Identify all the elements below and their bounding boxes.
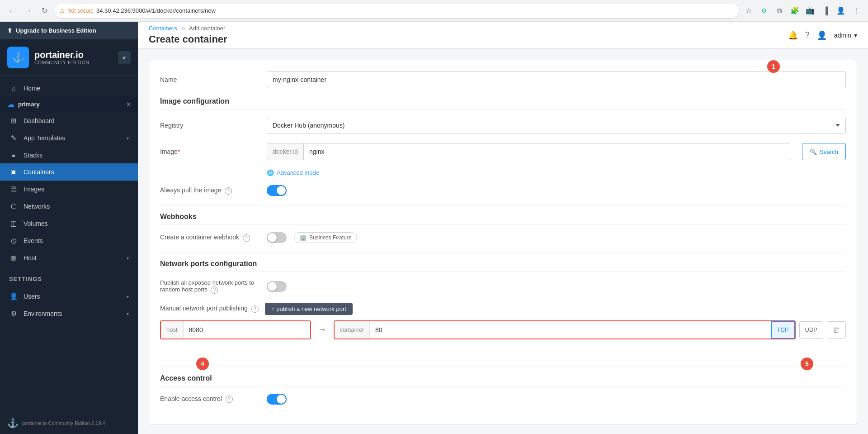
port-arrow-icon: → xyxy=(315,325,330,334)
expose-all-help-icon[interactable]: ? xyxy=(211,286,218,294)
sidebar-item-containers[interactable]: ▣ Containers xyxy=(0,163,138,181)
advanced-mode-link[interactable]: 🌐 Advanced mode xyxy=(267,169,846,176)
upgrade-label: Upgrade to Business Edition xyxy=(16,27,96,34)
expose-all-label: Publish all exposed network ports to ran… xyxy=(160,279,259,294)
always-pull-label: Always pull the image ? xyxy=(160,186,259,195)
menu-button[interactable]: ⋮ xyxy=(850,5,863,17)
annotation-5: 5 xyxy=(801,358,813,370)
sidebar-item-label: Environments xyxy=(24,310,121,317)
app-wrapper: ⬆ Upgrade to Business Edition ⚓ portaine… xyxy=(0,22,868,434)
webhook-toggle-control[interactable] xyxy=(267,232,287,243)
containers-icon: ▣ xyxy=(9,168,18,176)
puzzle-icon[interactable]: 🧩 xyxy=(788,5,801,17)
toggle-thumb xyxy=(277,186,286,195)
settings-label: Settings xyxy=(0,270,138,288)
star-button[interactable]: ☆ xyxy=(742,5,755,17)
grammarly-icon[interactable]: G xyxy=(758,5,770,17)
user-menu[interactable]: admin ▾ xyxy=(834,32,857,39)
sidebar-item-events[interactable]: ◷ Events xyxy=(0,232,138,249)
sidebar-item-label: Users xyxy=(24,293,121,300)
address-bar[interactable]: ⚠ Not secure 34.30.42.236:9000/#/1/docke… xyxy=(54,4,739,18)
delete-port-button[interactable]: 🗑 xyxy=(827,321,846,339)
primary-close-button[interactable]: × xyxy=(127,100,131,109)
extension-icon[interactable]: ⧉ xyxy=(773,5,786,17)
always-pull-toggle-control[interactable] xyxy=(267,185,287,196)
home-icon: ⌂ xyxy=(9,84,18,92)
enable-access-toggle-control[interactable] xyxy=(267,394,287,405)
reload-button[interactable]: ↻ xyxy=(38,5,51,17)
image-row: Image* docker.io 🔍 Search 2 xyxy=(160,143,846,160)
logo-text: portainer.io xyxy=(34,50,90,60)
name-input[interactable] xyxy=(267,71,846,88)
sidebar-item-environments[interactable]: ⚙ Environments ▾ xyxy=(0,305,138,322)
webhook-controls: 🏢 Business Feature xyxy=(267,232,357,243)
forward-button[interactable]: → xyxy=(22,5,34,17)
images-icon: ☰ xyxy=(9,185,18,193)
toggle-track xyxy=(267,185,287,196)
sidebar: ⬆ Upgrade to Business Edition ⚓ portaine… xyxy=(0,22,138,434)
enable-access-toggle[interactable] xyxy=(267,394,287,405)
notification-icon[interactable]: 🔔 xyxy=(788,30,798,40)
top-bar-icons: 🔔 ? 👤 admin ▾ xyxy=(788,30,857,40)
form-area: 1 Name Image configuration Registry Dock… xyxy=(138,49,868,434)
manual-port-publishing-row: Manual network port publishing ? + publi… xyxy=(160,303,846,315)
sidebar-item-label: Images xyxy=(24,186,129,193)
expose-all-toggle[interactable] xyxy=(267,281,287,292)
always-pull-toggle[interactable] xyxy=(267,185,287,196)
udp-button[interactable]: UDP xyxy=(799,321,823,339)
sidebar-item-label: Home xyxy=(24,85,129,92)
registry-select[interactable]: Docker Hub (anonymous) xyxy=(267,117,846,134)
always-pull-row: Always pull the image ? xyxy=(160,185,846,196)
networks-icon: ⬡ xyxy=(9,202,18,210)
container-port-label: container xyxy=(335,321,370,339)
sidebar-item-label: Dashboard xyxy=(24,117,129,124)
toggle-track-expose-off xyxy=(267,281,287,292)
expose-all-toggle-control[interactable] xyxy=(267,281,287,292)
sidebar-icon[interactable]: ▐ xyxy=(819,5,832,17)
container-port-input[interactable] xyxy=(370,321,771,339)
sidebar-item-users[interactable]: 👤 Users ▾ xyxy=(0,288,138,305)
tcp-button[interactable]: TCP xyxy=(771,321,795,339)
volumes-icon: ◫ xyxy=(9,219,18,228)
sidebar-item-host[interactable]: ▦ Host ▾ xyxy=(0,249,138,267)
name-row: Name xyxy=(160,71,846,88)
enable-access-help-icon[interactable]: ? xyxy=(226,396,233,403)
image-input[interactable] xyxy=(303,143,790,160)
annotation-4: 4 xyxy=(196,358,209,370)
image-config-title: Image configuration xyxy=(160,97,846,110)
page-title: Create container xyxy=(149,33,227,45)
search-button[interactable]: 🔍 Search xyxy=(802,143,846,160)
breadcrumb: Containers > Add container xyxy=(149,25,227,32)
stacks-icon: ≡ xyxy=(9,151,18,159)
user-profile-icon[interactable]: 👤 xyxy=(817,30,827,40)
sidebar-item-label: App Templates xyxy=(24,134,121,142)
cast-icon[interactable]: 📺 xyxy=(804,5,816,17)
toggle-track-off xyxy=(267,232,287,243)
webhook-toggle[interactable] xyxy=(267,232,287,243)
sidebar-item-app-templates[interactable]: ✎ App Templates ▾ xyxy=(0,129,138,147)
sidebar-item-images[interactable]: ☰ Images xyxy=(0,181,138,198)
create-container-form: 1 Name Image configuration Registry Dock… xyxy=(149,60,857,425)
publish-new-port-button[interactable]: + publish a new network port xyxy=(265,303,353,315)
manual-port-help-icon[interactable]: ? xyxy=(251,305,259,313)
manual-port-label: Manual network port publishing ? xyxy=(160,305,259,313)
always-pull-help-icon[interactable]: ? xyxy=(225,187,232,195)
host-port-input[interactable] xyxy=(184,321,310,339)
chevron-down-icon: ▾ xyxy=(127,311,129,316)
webhook-help-icon[interactable]: ? xyxy=(243,234,250,242)
sidebar-item-stacks[interactable]: ≡ Stacks xyxy=(0,147,138,163)
help-icon[interactable]: ? xyxy=(805,30,810,40)
sidebar-item-home[interactable]: ⌂ Home xyxy=(0,80,138,96)
sidebar-item-networks[interactable]: ⬡ Networks xyxy=(0,198,138,215)
sidebar-collapse-button[interactable]: « xyxy=(118,51,131,64)
sidebar-item-dashboard[interactable]: ⊞ Dashboard xyxy=(0,112,138,129)
business-feature-badge: 🏢 Business Feature xyxy=(294,232,357,243)
profile-icon[interactable]: 👤 xyxy=(835,5,847,17)
sidebar-item-volumes[interactable]: ◫ Volumes xyxy=(0,215,138,232)
enable-access-label: Enable access control ? xyxy=(160,395,259,403)
back-button[interactable]: ← xyxy=(5,5,18,17)
upgrade-banner[interactable]: ⬆ Upgrade to Business Edition xyxy=(0,22,138,39)
host-icon: ▦ xyxy=(9,254,18,262)
breadcrumb-containers-link[interactable]: Containers xyxy=(149,25,177,32)
browser-chrome: ← → ↻ ⚠ Not secure 34.30.42.236:9000/#/1… xyxy=(0,0,868,22)
